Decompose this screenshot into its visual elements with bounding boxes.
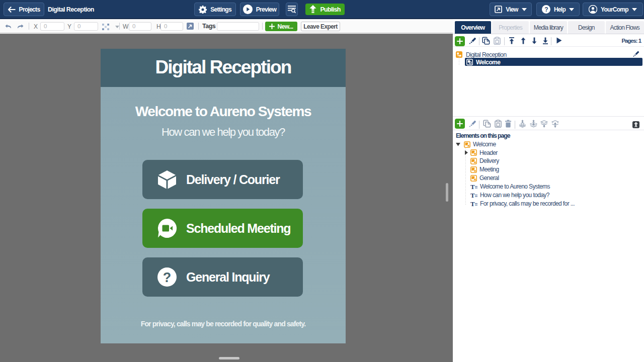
svg-text:T: T: [470, 192, 475, 198]
svg-text:?: ?: [163, 270, 172, 285]
svg-text:T: T: [470, 201, 475, 207]
svg-text:?: ?: [544, 6, 548, 13]
svg-text:T: T: [470, 184, 475, 190]
